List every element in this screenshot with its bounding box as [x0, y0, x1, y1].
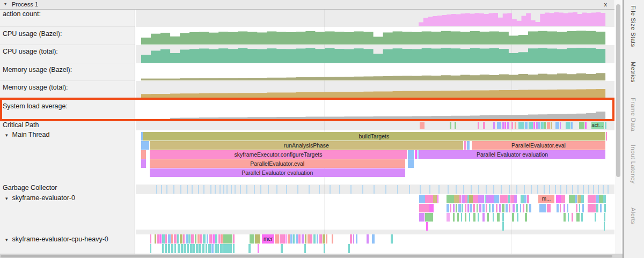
trace-event[interactable]: [599, 195, 603, 203]
trace-event[interactable]: [603, 195, 606, 203]
trace-event[interactable]: [496, 204, 498, 212]
trace-event[interactable]: [510, 195, 514, 203]
trace-event[interactable]: [571, 122, 573, 129]
trace-event[interactable]: [326, 234, 328, 244]
trace-event[interactable]: [579, 204, 581, 212]
trace-event[interactable]: [485, 195, 486, 203]
track-row[interactable]: [136, 185, 614, 194]
trace-event[interactable]: [186, 234, 188, 244]
track-label-skyframe-evaluator-0[interactable]: ▾skyframe-evaluator-0: [5, 194, 75, 203]
collapse-arrow-icon[interactable]: ▾: [5, 237, 8, 242]
trace-event[interactable]: [504, 122, 506, 129]
trace-event[interactable]: [447, 213, 450, 222]
gc-event-tick[interactable]: [409, 185, 410, 194]
gc-event-tick[interactable]: [531, 185, 532, 194]
trace-event[interactable]: [533, 122, 535, 129]
trace-event[interactable]: [453, 213, 455, 222]
gc-event-tick[interactable]: [156, 185, 157, 194]
gc-event-tick[interactable]: [501, 185, 502, 194]
gc-event-tick[interactable]: [429, 185, 430, 194]
trace-event[interactable]: [447, 195, 454, 203]
trace-event[interactable]: [317, 234, 319, 244]
trace-event[interactable]: [203, 234, 205, 244]
gc-event-tick[interactable]: [448, 185, 449, 194]
trace-event[interactable]: [221, 234, 223, 244]
gc-event-tick[interactable]: [180, 185, 181, 194]
trace-event[interactable]: [508, 195, 510, 203]
trace-event[interactable]: [302, 234, 304, 244]
trace-event[interactable]: [525, 213, 527, 222]
gc-event-tick[interactable]: [560, 185, 561, 194]
gc-event-tick[interactable]: [235, 185, 236, 194]
trace-event[interactable]: [588, 204, 596, 212]
trace-event[interactable]: [450, 204, 451, 212]
trace-event-badge[interactable]: act...: [591, 122, 604, 129]
horizontal-scrollbar[interactable]: [0, 254, 623, 258]
trace-event[interactable]: [419, 195, 425, 203]
trace-event[interactable]: [215, 234, 217, 244]
trace-event[interactable]: [461, 213, 463, 222]
trace-event[interactable]: [541, 122, 543, 129]
trace-event[interactable]: [195, 234, 197, 244]
trace-event[interactable]: [544, 122, 546, 129]
tab-input-latency[interactable]: Input Latency: [630, 145, 636, 184]
gc-event-tick[interactable]: [420, 185, 421, 194]
trace-event[interactable]: [567, 204, 569, 212]
trace-event[interactable]: [478, 195, 484, 203]
trace-event[interactable]: [408, 150, 414, 159]
trace-event[interactable]: [585, 122, 587, 129]
gc-event-tick[interactable]: [166, 185, 167, 194]
trace-event[interactable]: [462, 204, 463, 212]
trace-event[interactable]: [177, 234, 179, 244]
collapse-arrow-icon[interactable]: ▾: [4, 2, 6, 6]
trace-event[interactable]: [564, 213, 566, 222]
trace-event[interactable]: [419, 204, 429, 212]
gc-event-tick[interactable]: [231, 185, 232, 194]
trace-event[interactable]: [557, 204, 559, 212]
gc-event-tick[interactable]: [385, 185, 386, 194]
gc-event-tick[interactable]: [509, 185, 510, 194]
trace-event[interactable]: [308, 234, 310, 244]
trace-event[interactable]: [502, 122, 504, 129]
trace-event[interactable]: [313, 234, 316, 244]
trace-event[interactable]: [223, 244, 232, 253]
gc-event-tick[interactable]: [192, 185, 193, 194]
trace-event[interactable]: [604, 204, 606, 212]
trace-event[interactable]: [202, 244, 204, 253]
trace-event[interactable]: [555, 122, 559, 129]
trace-event[interactable]: [524, 195, 526, 203]
trace-event[interactable]: [511, 122, 514, 129]
trace-event[interactable]: [191, 234, 194, 244]
vertical-scrollbar-thumb[interactable]: [616, 4, 620, 177]
trace-event[interactable]: [516, 204, 518, 212]
trace-event[interactable]: [560, 204, 561, 212]
gc-event-tick[interactable]: [588, 185, 589, 194]
trace-event[interactable]: [477, 204, 478, 212]
trace-event[interactable]: [159, 234, 162, 244]
trace-event[interactable]: [465, 213, 467, 222]
gc-event-tick[interactable]: [603, 185, 604, 194]
gc-event-tick[interactable]: [555, 185, 556, 194]
gc-event-tick[interactable]: [493, 185, 494, 194]
trace-event[interactable]: [520, 204, 522, 212]
trace-event[interactable]: [450, 122, 451, 129]
trace-event[interactable]: [518, 122, 524, 129]
trace-event[interactable]: [171, 234, 173, 244]
trace-event[interactable]: [569, 195, 575, 203]
trace-event[interactable]: [527, 195, 529, 203]
gc-event-tick[interactable]: [319, 185, 320, 194]
trace-event[interactable]: [223, 234, 232, 244]
trace-event[interactable]: [514, 195, 517, 203]
gc-event-tick[interactable]: [486, 185, 487, 194]
trace-event[interactable]: [575, 195, 577, 203]
trace-event[interactable]: [483, 122, 485, 129]
gc-event-tick[interactable]: [246, 185, 247, 194]
trace-event[interactable]: [168, 234, 170, 244]
gc-event-tick[interactable]: [516, 185, 517, 194]
gc-event-tick[interactable]: [198, 185, 199, 194]
gc-event-tick[interactable]: [374, 185, 375, 194]
trace-event[interactable]: [492, 204, 494, 212]
trace-event-badge[interactable]: skyframeExecutor.configureTargets: [150, 150, 407, 159]
trace-event[interactable]: [288, 234, 290, 244]
gc-event-tick[interactable]: [397, 185, 398, 194]
